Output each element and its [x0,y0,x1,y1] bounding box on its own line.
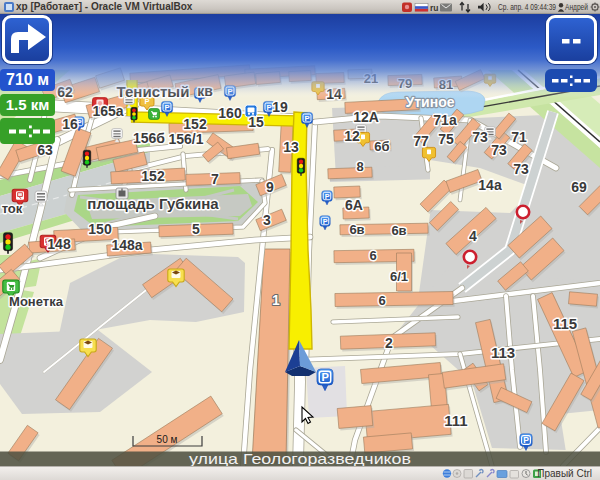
svg-text:160: 160 [218,105,242,121]
svg-text:6А: 6А [345,197,363,213]
svg-text:P: P [523,435,529,445]
svg-text:9: 9 [266,179,274,195]
svg-text:P: P [321,371,328,383]
svg-text:77: 77 [413,133,429,149]
svg-text:6б: 6б [374,139,389,154]
svg-text:P: P [267,103,272,112]
svg-text:113: 113 [491,344,515,361]
svg-text:5: 5 [192,221,200,237]
svg-text:6/1: 6/1 [390,269,408,284]
svg-text:Ср. апр. 4 09:44:39: Ср. апр. 4 09:44:39 [498,2,556,12]
svg-text:69: 69 [571,179,587,195]
svg-text:7: 7 [211,171,219,187]
svg-text:P: P [305,114,310,123]
svg-text:P: P [323,217,328,226]
svg-text:P: P [325,192,330,201]
svg-text:площадь Губкина: площадь Губкина [87,195,219,212]
svg-text:3: 3 [263,212,271,228]
svg-text:148: 148 [47,236,71,252]
svg-text:73: 73 [491,142,507,158]
svg-text:71: 71 [511,129,527,145]
svg-text:71а: 71а [433,112,457,128]
svg-text:14а: 14а [478,177,502,193]
svg-text:152: 152 [183,116,207,132]
svg-text:75: 75 [438,131,454,147]
svg-text:19: 19 [272,99,288,115]
svg-text:16: 16 [62,116,78,132]
svg-text:1: 1 [272,292,280,308]
svg-text:Монетка: Монетка [9,294,64,309]
svg-text:ru: ru [430,3,439,13]
svg-text:63: 63 [37,142,53,158]
svg-text:156б: 156б [133,130,165,146]
svg-text:13: 13 [283,139,299,155]
svg-text:150: 150 [88,221,112,237]
svg-text:6: 6 [378,293,385,308]
svg-text:156/1: 156/1 [168,131,203,147]
svg-text:6в: 6в [349,222,364,237]
svg-text:12: 12 [344,128,360,144]
svg-text:ток: ток [2,201,23,216]
svg-text:P: P [165,103,170,112]
svg-text:улица Геологоразведчиков: улица Геологоразведчиков [189,450,411,466]
svg-text:165а: 165а [92,103,123,119]
svg-text:148а: 148а [111,237,142,253]
svg-text:8: 8 [356,159,363,174]
svg-text:2: 2 [385,335,393,351]
svg-text:6в: 6в [391,223,406,238]
svg-text:Андрей: Андрей [565,2,588,12]
svg-text:15: 15 [248,114,264,130]
svg-text:152: 152 [141,168,165,184]
svg-text:50 м: 50 м [157,434,178,445]
svg-text:73: 73 [513,161,529,177]
svg-text:12А: 12А [353,109,379,125]
svg-text:115: 115 [553,315,577,332]
svg-text:4: 4 [469,228,477,244]
svg-text:6: 6 [369,248,376,263]
svg-text:111: 111 [444,412,467,429]
svg-text:73: 73 [472,129,488,145]
